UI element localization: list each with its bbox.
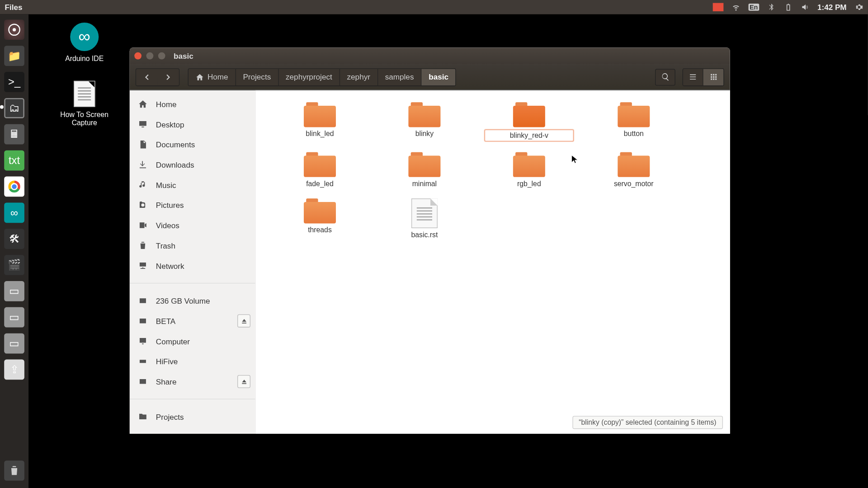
folder-icon	[513, 152, 545, 177]
folder-threads[interactable]: threads	[268, 196, 372, 241]
sidebar-music[interactable]: Music	[130, 175, 255, 195]
text-file-icon	[74, 81, 95, 107]
forward-button[interactable]	[157, 69, 179, 85]
trash-icon[interactable]	[2, 459, 26, 483]
sidebar-network[interactable]: Network	[130, 255, 255, 276]
folder-icon	[408, 152, 440, 177]
arduino-logo-icon: ∞	[70, 23, 99, 51]
folder-launcher-icon[interactable]: 📁	[2, 44, 26, 68]
crumb-zephyr[interactable]: zephyr	[340, 69, 378, 85]
sidebar-bookmark-projects[interactable]: Projects	[130, 406, 255, 427]
folder-blink-led[interactable]: blink_led	[268, 100, 372, 144]
crumb-samples[interactable]: samples	[378, 69, 422, 85]
clock[interactable]: 1:42 PM	[817, 3, 847, 12]
list-view-button[interactable]	[683, 69, 703, 85]
grid-view-button[interactable]	[703, 69, 724, 85]
sidebar-videos[interactable]: Videos	[130, 215, 255, 235]
folder-icon	[513, 102, 545, 127]
eject-icon[interactable]	[237, 375, 250, 388]
text-editor-icon[interactable]: txt	[2, 149, 26, 173]
sidebar-computer[interactable]: Computer	[130, 331, 255, 351]
bluetooth-icon[interactable]	[767, 3, 775, 11]
tool-icon[interactable]: 🛠	[2, 227, 26, 251]
folder-fade-led[interactable]: fade_led	[268, 150, 372, 190]
window-maximize-button[interactable]	[158, 52, 165, 60]
drive3-icon[interactable]: ▭	[2, 332, 26, 356]
sidebar-desktop[interactable]: Desktop	[130, 114, 255, 134]
volume-icon[interactable]	[801, 3, 809, 11]
folder-blinky-red-v[interactable]	[477, 100, 581, 144]
desktop-icon-howto[interactable]: How To Screen Capture	[49, 81, 120, 127]
status-bar: “blinky (copy)” selected (containing 5 i…	[572, 416, 723, 429]
menu-bar: Files En 1:42 PM	[0, 0, 868, 14]
keyboard-indicator[interactable]: En	[748, 4, 759, 11]
folder-minimal[interactable]: minimal	[372, 150, 476, 190]
sidebar-hifive[interactable]: HiFive	[130, 351, 255, 371]
file-manager-window: basic Home Projects zephyrproject zephyr…	[130, 47, 730, 434]
sidebar-home[interactable]: Home	[130, 94, 255, 114]
active-app-name: Files	[5, 3, 23, 12]
usb-icon[interactable]: ⇪	[2, 358, 26, 382]
crumb-projects[interactable]: Projects	[236, 69, 279, 85]
desktop-icon-label: Arduino IDE	[49, 55, 120, 63]
terminal-icon[interactable]: >_	[2, 70, 26, 94]
files-app-icon[interactable]: 🗂	[2, 96, 26, 120]
desktop-icon-arduino[interactable]: ∞ Arduino IDE	[49, 23, 120, 63]
back-button[interactable]	[136, 69, 157, 85]
folder-icon	[408, 102, 440, 127]
calculator-icon[interactable]: 🖩	[2, 122, 26, 146]
breadcrumb: Home Projects zephyrproject zephyr sampl…	[188, 68, 457, 86]
rename-input[interactable]	[485, 130, 574, 141]
window-title: basic	[174, 52, 193, 61]
folder-icon	[304, 198, 336, 223]
chrome-icon[interactable]	[2, 175, 26, 199]
media-icon[interactable]: 🎬	[2, 253, 26, 277]
desktop-icon-label: How To Screen Capture	[49, 111, 120, 127]
drive2-icon[interactable]: ▭	[2, 305, 26, 329]
eject-icon[interactable]	[237, 314, 250, 328]
sidebar-downloads[interactable]: Downloads	[130, 155, 255, 175]
crumb-zephyrproject[interactable]: zephyrproject	[278, 69, 340, 85]
window-minimize-button[interactable]	[146, 52, 153, 60]
folder-icon	[618, 152, 650, 177]
crumb-home[interactable]: Home	[189, 69, 236, 85]
sidebar-trash[interactable]: Trash	[130, 235, 255, 256]
file-pane[interactable]: blink_led blinky button fade_led minimal…	[255, 90, 730, 434]
record-indicator-icon[interactable]	[712, 3, 723, 11]
window-close-button[interactable]	[134, 52, 142, 60]
folder-servo-motor[interactable]: servo_motor	[581, 150, 686, 190]
crumb-basic[interactable]: basic	[422, 69, 456, 85]
drive1-icon[interactable]: ▭	[2, 279, 26, 303]
sidebar-pictures[interactable]: Pictures	[130, 195, 255, 215]
svg-point-1	[13, 28, 16, 31]
folder-icon	[618, 102, 650, 127]
sidebar-volume[interactable]: 236 GB Volume	[130, 291, 255, 311]
folder-button[interactable]: button	[581, 100, 686, 144]
sidebar-share[interactable]: Share	[130, 371, 255, 392]
folder-blinky[interactable]: blinky	[372, 100, 476, 144]
battery-icon[interactable]	[784, 3, 792, 11]
sidebar-documents[interactable]: Documents	[130, 134, 255, 155]
window-titlebar[interactable]: basic	[130, 47, 730, 64]
folder-rgb-led[interactable]: rgb_led	[477, 150, 581, 190]
dash-icon[interactable]	[2, 18, 26, 42]
sidebar: Home Desktop Documents Downloads Music P…	[130, 90, 256, 434]
search-button[interactable]	[655, 69, 675, 85]
settings-gear-icon[interactable]	[855, 3, 863, 11]
arduino-icon[interactable]: ∞	[2, 201, 26, 225]
folder-icon	[304, 152, 336, 177]
toolbar: Home Projects zephyrproject zephyr sampl…	[130, 64, 730, 90]
sidebar-beta[interactable]: BETA	[130, 311, 255, 331]
unity-launcher: 📁 >_ 🗂 🖩 txt ∞ 🛠 🎬 ▭ ▭ ▭ ⇪	[0, 14, 28, 488]
text-file-icon	[411, 198, 438, 228]
file-basic-rst[interactable]: basic.rst	[372, 196, 476, 241]
wifi-icon[interactable]	[731, 3, 740, 11]
folder-icon	[304, 102, 336, 127]
